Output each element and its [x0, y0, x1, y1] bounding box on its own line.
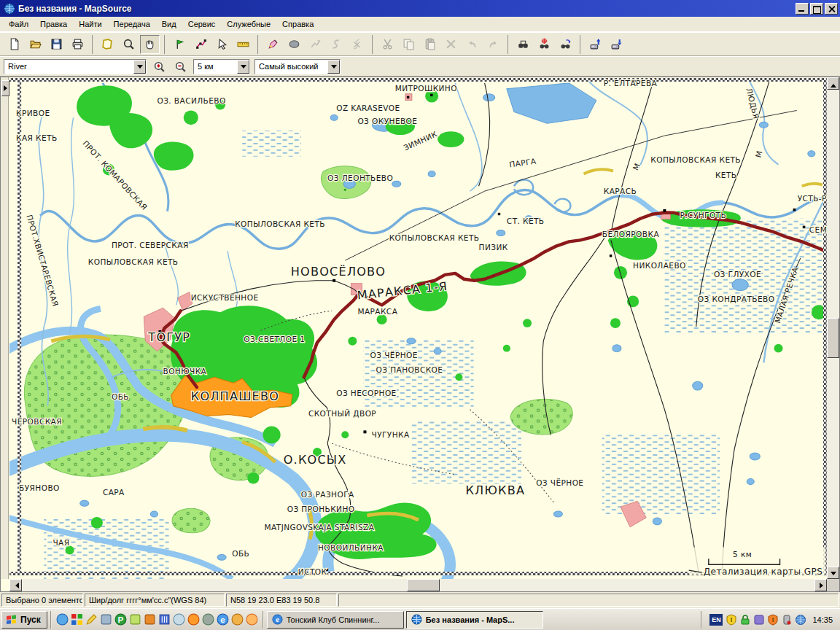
- parking-icon[interactable]: P: [114, 613, 127, 626]
- sphere-icon[interactable]: [246, 613, 258, 626]
- overview-combo[interactable]: River: [4, 59, 147, 74]
- ruler-tool-button[interactable]: [233, 35, 253, 54]
- crate-icon[interactable]: [144, 613, 156, 626]
- paste-button: [420, 35, 440, 54]
- erase-tool-button[interactable]: [284, 35, 304, 54]
- menu-item[interactable]: Передача: [108, 18, 156, 31]
- share-icon[interactable]: [202, 613, 214, 626]
- app-window-icon[interactable]: [753, 614, 765, 626]
- zoom-out-button[interactable]: [171, 57, 190, 76]
- pda-icon[interactable]: [100, 613, 112, 626]
- palette-icon[interactable]: [231, 613, 244, 626]
- paint-icon[interactable]: [85, 613, 98, 626]
- map-detail-note: Детализация карты GPS: [704, 567, 822, 577]
- menu-item[interactable]: Справка: [276, 18, 319, 31]
- map-label: ЧЕРОВСКАЯ: [12, 418, 62, 427]
- selection-tool-button[interactable]: [212, 35, 232, 54]
- route-tool-button[interactable]: [191, 35, 211, 54]
- overview-combo-value: River: [4, 62, 133, 71]
- chevron-down-icon[interactable]: [133, 60, 146, 74]
- chevron-down-icon[interactable]: [327, 60, 340, 74]
- edit-route-button: [306, 35, 325, 54]
- open-button[interactable]: [26, 35, 45, 54]
- status-panel: Выбрано 0 элементов: [1, 594, 83, 607]
- start-button[interactable]: Пуск: [1, 611, 47, 629]
- find-recent-button[interactable]: [556, 35, 575, 54]
- security-shield-icon[interactable]: !: [726, 614, 737, 626]
- mapsource-window: Без названия - MapSource ФайлПравкаНайти…: [0, 0, 840, 630]
- map-label: НОВОИЛЬИНКА: [318, 544, 384, 553]
- map-label: КЕТЬ: [715, 171, 737, 179]
- map-label: КАЯ КЕТЬ: [16, 133, 58, 142]
- menu-item[interactable]: Найти: [73, 18, 107, 31]
- trim-track-button: [348, 35, 368, 54]
- open-folder-icon: [29, 38, 42, 50]
- toolbar-group: [372, 35, 506, 54]
- waypoint-tool-button[interactable]: [170, 35, 190, 54]
- color-grid-icon[interactable]: [71, 613, 83, 626]
- scroll-left-icon[interactable]: [9, 579, 22, 591]
- map-label: ИСКУСТВЕННОЕ: [191, 294, 259, 303]
- map-label: ЧУГУНКА: [372, 430, 411, 439]
- toolbar-group: [1, 35, 90, 54]
- minimize-button[interactable]: [796, 3, 809, 15]
- firefox-icon[interactable]: [187, 613, 200, 626]
- phone-icon[interactable]: [129, 613, 141, 626]
- vertical-scrollbar[interactable]: [827, 77, 839, 579]
- map-label: КЛЮКВА: [465, 483, 525, 497]
- scroll-up-icon[interactable]: [827, 77, 839, 90]
- toolbar-group: [257, 35, 370, 54]
- scroll-down-icon[interactable]: [827, 567, 839, 579]
- scale-label: 5 км: [733, 550, 752, 559]
- mapsource-globe-icon: [4, 3, 15, 15]
- find-button[interactable]: [513, 35, 533, 54]
- menu-item[interactable]: Правка: [34, 18, 73, 31]
- restore-button[interactable]: [810, 3, 823, 15]
- map-select-tool-button[interactable]: [98, 35, 117, 54]
- send-to-gps-button[interactable]: [586, 35, 605, 54]
- ie-icon[interactable]: e: [217, 613, 229, 626]
- network-globe-icon[interactable]: [795, 614, 806, 626]
- chevron-down-icon[interactable]: [237, 60, 249, 74]
- hscroll-thumb[interactable]: [407, 579, 440, 591]
- map-label: ОЗ ЛЕОНТЬЕВО: [327, 174, 393, 182]
- language-indicator[interactable]: EN: [709, 614, 723, 626]
- cut-icon: [381, 38, 394, 50]
- task-button[interactable]: Без названия - MapS...: [406, 611, 543, 629]
- menu-item[interactable]: Служебные: [221, 18, 276, 31]
- cd-icon[interactable]: [173, 613, 185, 626]
- detail-combo[interactable]: Самый высокий: [254, 59, 341, 74]
- map-label: ОЗ ОКУНЕВОЕ: [357, 117, 417, 125]
- antivirus-icon[interactable]: [739, 614, 751, 626]
- menu-item[interactable]: Файл: [3, 18, 34, 31]
- menu-item[interactable]: Вид: [156, 18, 182, 31]
- save-button[interactable]: [47, 35, 66, 54]
- gps-recv-icon: [610, 38, 623, 50]
- task-button[interactable]: eТонский Клуб Спиннинг...: [267, 611, 404, 629]
- map-canvas[interactable]: 5 км Детализация карты GPS КРИВОЕКАЯ КЕТ…: [9, 77, 827, 579]
- close-button[interactable]: [825, 3, 838, 15]
- find-icon: [517, 38, 529, 50]
- expand-pane-button[interactable]: [1, 80, 9, 96]
- new-button[interactable]: [4, 35, 24, 54]
- zoom-tool-button[interactable]: [119, 35, 139, 54]
- find-nearest-button[interactable]: [534, 35, 554, 54]
- vscroll-thumb[interactable]: [827, 318, 839, 358]
- horizontal-scrollbar[interactable]: [9, 579, 827, 591]
- media-player-icon[interactable]: [56, 613, 69, 626]
- ledger-icon[interactable]: [158, 613, 171, 626]
- menu-item[interactable]: Сервис: [182, 18, 222, 31]
- print-button[interactable]: [68, 35, 88, 54]
- firewall-icon[interactable]: !: [767, 614, 779, 626]
- receive-from-gps-button[interactable]: [607, 35, 626, 54]
- hand-tool-button[interactable]: [140, 35, 160, 54]
- scroll-right-icon[interactable]: [814, 579, 827, 591]
- zoom-in-button[interactable]: [149, 57, 169, 76]
- delete-button: [441, 35, 461, 54]
- hand-tool-icon: [144, 38, 156, 50]
- modem-icon[interactable]: [781, 614, 793, 626]
- quick-launch: Pe: [50, 611, 264, 629]
- map-label: ИСТОК: [298, 567, 327, 576]
- edit-waypoint-button[interactable]: [263, 35, 283, 54]
- scale-combo[interactable]: 5 км: [193, 59, 250, 74]
